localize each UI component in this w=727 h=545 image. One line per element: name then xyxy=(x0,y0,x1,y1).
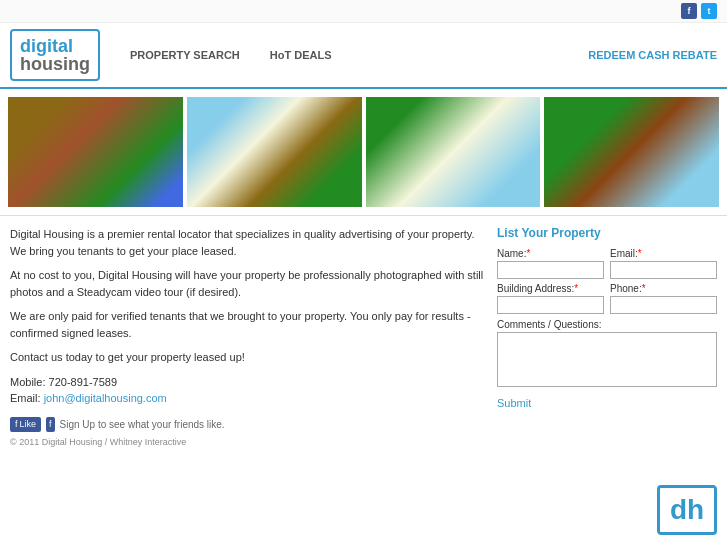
form-group-email: Email:* xyxy=(610,248,717,279)
comments-textarea[interactable] xyxy=(497,332,717,387)
address-input[interactable] xyxy=(497,296,604,314)
list-property-form: List Your Property Name:* Email:* Buildi… xyxy=(497,226,717,450)
intro-para: Digital Housing is a premier rental loca… xyxy=(10,226,487,259)
name-input[interactable] xyxy=(497,261,604,279)
fb-signup-icon: f xyxy=(46,417,55,433)
email-link[interactable]: john@digitalhousing.com xyxy=(44,392,167,404)
like-bar: f Like f Sign Up to see what your friend… xyxy=(10,417,487,433)
contact-info: Mobile: 720-891-7589 Email: john@digital… xyxy=(10,374,487,407)
cta-para: Contact us today to get your property le… xyxy=(10,349,487,366)
copyright: © 2011 Digital Housing / Whitney Interac… xyxy=(10,436,487,450)
logo[interactable]: digital housing xyxy=(10,29,100,81)
form-title: List Your Property xyxy=(497,226,717,240)
main-content: Digital Housing is a premier rental loca… xyxy=(0,215,727,460)
payment-para: We are only paid for verified tenants th… xyxy=(10,308,487,341)
phone-label: Phone:* xyxy=(610,283,717,294)
mobile-number: 720-891-7589 xyxy=(49,376,118,388)
email-input[interactable] xyxy=(610,261,717,279)
address-label: Building Address:* xyxy=(497,283,604,294)
photo-strip xyxy=(0,89,727,215)
nav-hot-deals[interactable]: HoT DEALS xyxy=(270,49,332,61)
property-photo-1 xyxy=(8,97,183,207)
property-photo-3 xyxy=(366,97,541,207)
name-label: Name:* xyxy=(497,248,604,259)
facebook-icon[interactable]: f xyxy=(681,3,697,19)
mobile-line: Mobile: 720-891-7589 xyxy=(10,374,487,391)
mobile-label: Mobile: xyxy=(10,376,45,388)
logo-digital: digital xyxy=(20,37,90,55)
nav-bar: digital housing PROPERTY SEARCH HoT DEAL… xyxy=(0,23,727,89)
form-row-name-email: Name:* Email:* xyxy=(497,248,717,279)
phone-input[interactable] xyxy=(610,296,717,314)
social-icons: f t xyxy=(681,3,717,19)
signup-text: Sign Up to see what your friends like. xyxy=(60,417,225,432)
form-group-address: Building Address:* xyxy=(497,283,604,314)
property-photo-2 xyxy=(187,97,362,207)
form-group-name: Name:* xyxy=(497,248,604,279)
left-content: Digital Housing is a premier rental loca… xyxy=(10,226,487,450)
email-line: Email: john@digitalhousing.com xyxy=(10,390,487,407)
twitter-icon[interactable]: t xyxy=(701,3,717,19)
nav-redeem[interactable]: REDEEM CASH REBATE xyxy=(588,49,717,61)
form-group-phone: Phone:* xyxy=(610,283,717,314)
nav-left: digital housing PROPERTY SEARCH HoT DEAL… xyxy=(10,29,332,81)
submit-button[interactable]: Submit xyxy=(497,393,531,413)
like-button[interactable]: f Like xyxy=(10,417,41,433)
form-row-address-phone: Building Address:* Phone:* xyxy=(497,283,717,314)
comments-label: Comments / Questions: xyxy=(497,319,601,330)
property-photo-4 xyxy=(544,97,719,207)
fb-like-icon: f xyxy=(15,418,18,432)
email-label: Email:* xyxy=(610,248,717,259)
photo-para: At no cost to you, Digital Housing will … xyxy=(10,267,487,300)
top-bar: f t xyxy=(0,0,727,23)
logo-housing: housing xyxy=(20,55,90,73)
form-group-comments: Comments / Questions: xyxy=(497,318,717,389)
nav-property-search[interactable]: PROPERTY SEARCH xyxy=(130,49,240,61)
like-label: Like xyxy=(20,418,37,432)
email-label: Email: xyxy=(10,392,41,404)
